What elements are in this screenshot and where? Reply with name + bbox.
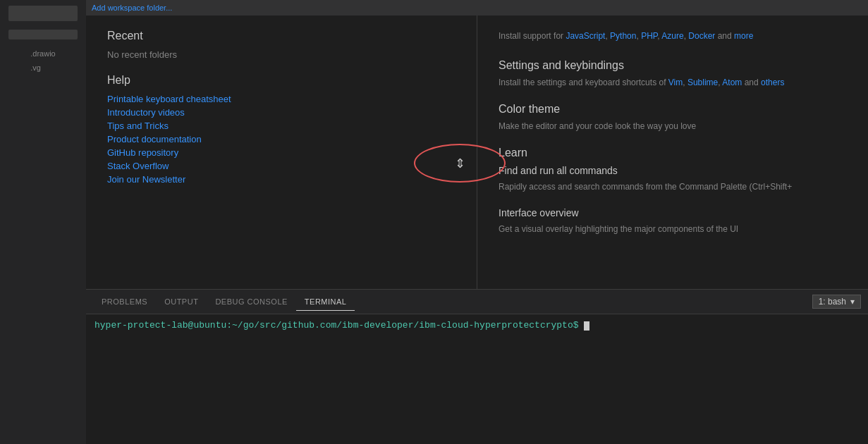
link-docker[interactable]: Docker xyxy=(688,31,715,41)
interface-overview-desc: Get a visual overlay highlighting the ma… xyxy=(499,223,847,235)
terminal-cursor xyxy=(584,321,589,331)
help-link-github[interactable]: GitHub repository xyxy=(107,147,456,158)
top-bar: Add workspace folder... xyxy=(86,0,868,16)
help-link-kbd[interactable]: Printable keyboard cheatsheet xyxy=(107,94,456,104)
link-more[interactable]: more xyxy=(734,31,753,41)
help-link-docs[interactable]: Product documentation xyxy=(107,134,456,144)
settings-section: Settings and keybindings Install the set… xyxy=(499,59,847,89)
terminal-area: PROBLEMS OUTPUT DEBUG CONSOLE TERMINAL 1… xyxy=(86,289,868,444)
find-commands-section: Find and run all commands Rapidly access… xyxy=(499,165,847,193)
help-title: Help xyxy=(107,74,456,87)
add-workspace-link[interactable]: Add workspace folder... xyxy=(92,4,172,12)
terminal-tab-right: 1: bash ▾ xyxy=(812,295,861,309)
help-link-tips[interactable]: Tips and Tricks xyxy=(107,121,456,131)
color-theme-title: Color theme xyxy=(499,103,847,116)
sidebar-block2 xyxy=(8,30,78,39)
color-theme-section: Color theme Make the editor and your cod… xyxy=(499,103,847,132)
content-area: Recent No recent folders Help Printable … xyxy=(86,16,868,289)
sidebar-top-block xyxy=(8,6,78,21)
help-link-videos[interactable]: Introductory videos xyxy=(107,107,456,118)
recent-section: Recent No recent folders xyxy=(107,30,456,60)
welcome-left-panel: Recent No recent folders Help Printable … xyxy=(86,16,477,289)
settings-desc: Install the settings and keyboard shortc… xyxy=(499,76,847,89)
terminal-content[interactable]: hyper-protect-lab@ubuntu:~/go/src/github… xyxy=(86,314,868,444)
interface-overview-section: Interface overview Get a visual overlay … xyxy=(499,207,847,235)
help-section: Help Printable keyboard cheatsheet Intro… xyxy=(107,74,456,185)
link-sublime[interactable]: Sublime xyxy=(687,78,718,87)
sidebar: .drawio .vg xyxy=(0,0,86,444)
link-javascript[interactable]: JavaScript xyxy=(566,31,605,41)
recent-title: Recent xyxy=(107,30,456,42)
settings-title: Settings and keybindings xyxy=(499,59,847,72)
bash-dropdown[interactable]: 1: bash ▾ xyxy=(812,295,861,309)
tab-debug-console[interactable]: DEBUG CONSOLE xyxy=(207,293,295,310)
find-commands-title: Find and run all commands xyxy=(499,165,847,176)
learn-title: Learn xyxy=(499,147,847,159)
help-link-newsletter[interactable]: Join our Newsletter xyxy=(107,174,456,185)
welcome-right-panel: Install support for JavaScript, Python, … xyxy=(477,16,868,289)
install-support-desc: Install support for JavaScript, Python, … xyxy=(499,30,847,42)
learn-section: Learn Find and run all commands Rapidly … xyxy=(499,147,847,235)
file-labels: .drawio .vg xyxy=(25,42,61,73)
help-link-stackoverflow[interactable]: Stack Overflow xyxy=(107,161,456,171)
link-atom[interactable]: Atom xyxy=(722,78,742,87)
sidebar-item-drawio[interactable]: .drawio xyxy=(25,48,61,59)
tab-problems[interactable]: PROBLEMS xyxy=(93,293,156,310)
interface-overview-title: Interface overview xyxy=(499,207,847,218)
color-theme-desc: Make the editor and your code look the w… xyxy=(499,120,847,132)
chevron-down-icon: ▾ xyxy=(850,297,855,307)
sidebar-item-vg[interactable]: .vg xyxy=(25,62,61,73)
no-recent-text: No recent folders xyxy=(107,49,456,60)
terminal-tabs-bar: PROBLEMS OUTPUT DEBUG CONSOLE TERMINAL 1… xyxy=(86,290,868,314)
link-vim[interactable]: Vim xyxy=(668,78,683,87)
link-azure[interactable]: Azure xyxy=(661,31,683,41)
link-others[interactable]: others xyxy=(761,78,784,87)
main-column: Add workspace folder... Recent No recent… xyxy=(86,0,868,444)
tab-terminal[interactable]: TERMINAL xyxy=(296,293,355,311)
find-commands-desc: Rapidly access and search commands from … xyxy=(499,180,847,193)
bash-label: 1: bash xyxy=(819,297,846,307)
install-support-section: Install support for JavaScript, Python, … xyxy=(499,30,847,42)
tab-output[interactable]: OUTPUT xyxy=(156,293,207,310)
link-python[interactable]: Python xyxy=(610,31,636,41)
link-php[interactable]: PHP xyxy=(641,31,657,41)
terminal-prompt: hyper-protect-lab@ubuntu:~/go/src/github… xyxy=(94,320,579,331)
